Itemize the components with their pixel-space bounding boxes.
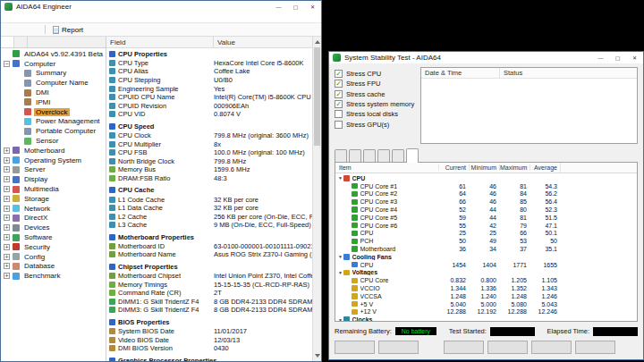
tree-item[interactable]: + Devices xyxy=(1,223,106,232)
tree-item[interactable]: − Computer xyxy=(1,59,106,69)
tree-item[interactable]: Computer Name xyxy=(1,78,106,88)
tab-temperatures[interactable] xyxy=(335,149,347,162)
minimize-button[interactable]: — xyxy=(270,1,287,13)
maximize-button[interactable]: ▢ xyxy=(609,52,626,63)
property-row[interactable]: DRAM:FSB Ratio 48:3 xyxy=(106,174,312,183)
tree-item[interactable]: + Security xyxy=(1,242,106,252)
tree-item[interactable]: DMI xyxy=(1,88,106,97)
property-row[interactable]: CPU Cache xyxy=(106,186,312,196)
stat-row[interactable]: +5 V 5.040 5.000 5.080 5.043 xyxy=(335,300,637,308)
log-column-datetime[interactable]: Date & Time xyxy=(421,68,500,78)
expand-toggle-icon[interactable]: + xyxy=(4,147,10,154)
stat-row[interactable]: +12 V 12.288 12.192 12.288 12.246 xyxy=(335,308,637,316)
property-row[interactable]: Memory Bus 1599.6 MHz xyxy=(106,165,312,174)
stress-cpu-checkbox[interactable]: ✓ Stress CPU xyxy=(335,69,420,79)
property-row[interactable]: North Bridge Clock 799.8 MHz xyxy=(106,156,312,165)
tree-item[interactable]: + Multimedia xyxy=(1,184,106,194)
stat-row[interactable]: VCCIO 1.344 1.336 1.352 1.343 xyxy=(335,284,637,292)
tree-item[interactable]: AIDA64 v5.92.4391 Beta xyxy=(1,49,106,59)
stat-row[interactable]: CPU Core #1 61 46 81 54.3 xyxy=(335,182,637,190)
stat-row[interactable]: CPU Core 0.832 0.800 1.205 1.105 xyxy=(335,276,637,284)
property-row[interactable]: DMI BIOS Version 0430 xyxy=(106,344,312,353)
tree-item[interactable]: + Display xyxy=(1,174,106,184)
stress-disks-checkbox[interactable]: Stress local disks xyxy=(335,109,420,119)
scroll-up-icon[interactable] xyxy=(315,40,320,44)
property-row[interactable]: CPU Properties xyxy=(106,49,312,59)
column-header-current[interactable]: Current xyxy=(438,164,469,171)
stat-row[interactable]: ▼ Voltages xyxy=(335,269,637,277)
property-row[interactable]: Engineering Sample Yes xyxy=(106,84,312,93)
tab-statistics[interactable] xyxy=(406,148,419,163)
tab-voltages[interactable] xyxy=(363,149,376,162)
property-row[interactable]: L1 Code Cache 32 KB per core xyxy=(106,195,312,204)
expand-toggle-icon[interactable]: + xyxy=(4,176,10,182)
scroll-thumb[interactable] xyxy=(314,47,320,146)
property-row[interactable]: System BIOS Date 11/01/2017 xyxy=(106,327,312,336)
scrollbar[interactable] xyxy=(312,37,321,361)
menu-tools[interactable] xyxy=(37,13,46,22)
property-row[interactable]: DIMM1: G Skill TridentZ F4 8 GB DDR4-213… xyxy=(106,298,312,307)
stat-row[interactable]: VCCSA 1.248 1.240 1.248 1.246 xyxy=(335,292,637,300)
start-button[interactable] xyxy=(335,341,375,354)
title-bar[interactable]: AIDA64 Engineer — ▢ ✕ xyxy=(1,1,321,13)
tree-item[interactable]: Summary xyxy=(1,69,106,79)
menu-report[interactable] xyxy=(19,13,28,22)
stat-row[interactable]: CPU Core #5 59 44 81 51.5 xyxy=(335,214,637,222)
tree-item[interactable]: + Operating System xyxy=(1,156,106,165)
property-row[interactable]: Motherboard Name Asus ROG Strix Z370-I G… xyxy=(106,250,312,259)
property-row[interactable]: Motherboard Chipset Intel Union Point Z3… xyxy=(106,272,312,281)
back-button[interactable] xyxy=(4,24,16,35)
expand-toggle-icon[interactable]: + xyxy=(4,157,10,164)
property-row[interactable]: BIOS Properties xyxy=(106,317,312,327)
stat-row[interactable]: CPU Core #4 52 44 80 52.3 xyxy=(335,206,637,214)
property-row[interactable]: CPU Stepping U0/B0 xyxy=(106,76,312,85)
forward-button[interactable] xyxy=(16,24,29,35)
stat-row[interactable]: CPU Core #6 55 42 79 47.1 xyxy=(335,222,637,230)
menu-view[interactable] xyxy=(10,13,19,22)
property-row[interactable]: CPU FSB 100.0 MHz (original: 100 MHz) xyxy=(106,148,312,157)
expand-toggle-icon[interactable]: + xyxy=(4,215,10,221)
tree-item[interactable]: Power Management xyxy=(1,117,106,127)
tree-item[interactable]: Portable Computer xyxy=(1,126,106,136)
stress-cache-checkbox[interactable]: ✓ Stress cache xyxy=(335,89,420,99)
tree-item[interactable]: + Motherboard xyxy=(1,146,106,156)
tree-item[interactable]: Sensor xyxy=(1,136,106,146)
tab-unified[interactable] xyxy=(392,149,404,162)
maximize-button[interactable]: ▢ xyxy=(287,1,304,13)
stat-row[interactable]: CPU Core #3 66 46 85 56.4 xyxy=(335,198,637,206)
collapse-arrow-icon[interactable]: ▼ xyxy=(337,317,343,321)
property-row[interactable]: Graphics Processor Properties xyxy=(106,356,312,361)
tree-item[interactable]: + Network xyxy=(1,204,106,214)
checkbox-icon[interactable]: ✓ xyxy=(335,80,343,88)
property-row[interactable]: CPU Alias Coffee Lake xyxy=(106,67,312,76)
property-row[interactable]: CPU Clock 799.8 MHz (original: 3600 MHz) xyxy=(106,131,312,140)
preferences-button[interactable] xyxy=(575,341,615,354)
tree-item[interactable]: + DirectX xyxy=(1,214,106,223)
menu-file[interactable] xyxy=(1,13,10,22)
stat-row[interactable]: Motherboard 36 34 37 35.1 xyxy=(335,245,637,253)
log-column-status[interactable]: Status xyxy=(500,68,637,78)
expand-toggle-icon[interactable]: − xyxy=(4,61,10,67)
save-button[interactable] xyxy=(487,341,528,354)
collapse-arrow-icon[interactable]: ▼ xyxy=(337,270,343,275)
expand-toggle-icon[interactable]: + xyxy=(4,234,10,240)
expand-toggle-icon[interactable]: + xyxy=(4,196,10,202)
checkbox-icon[interactable]: ✓ xyxy=(335,90,343,98)
property-row[interactable]: Motherboard ID 63-0100-000001-00101111-0… xyxy=(106,242,312,251)
property-row[interactable]: L2 Cache 256 KB per core (On-Die, ECC, F… xyxy=(106,212,312,221)
close-button[interactable]: ✕ xyxy=(304,1,321,13)
expand-toggle-icon[interactable]: + xyxy=(4,206,10,212)
tree-item[interactable]: + Software xyxy=(1,232,106,242)
stress-gpu-checkbox[interactable]: Stress GPU(s) xyxy=(335,119,420,129)
property-row[interactable]: CPUID Revision 000906EAh xyxy=(106,101,312,110)
property-row[interactable]: CPU Speed xyxy=(106,122,312,131)
stress-fpu-checkbox[interactable]: ✓ Stress FPU xyxy=(335,79,420,88)
column-header-item[interactable]: Item xyxy=(335,164,438,171)
tree-item[interactable]: + Config xyxy=(1,252,106,262)
property-row[interactable]: Memory Timings 15-15-15-35 (CL-RCD-RP-RA… xyxy=(106,280,312,289)
minimize-button[interactable]: — xyxy=(592,52,609,63)
checkbox-icon[interactable]: ✓ xyxy=(335,100,343,108)
cpuid-button[interactable] xyxy=(531,341,572,354)
stat-row[interactable]: CPU 25 25 66 50.1 xyxy=(335,230,637,238)
tree-item[interactable]: IPMI xyxy=(1,97,106,107)
